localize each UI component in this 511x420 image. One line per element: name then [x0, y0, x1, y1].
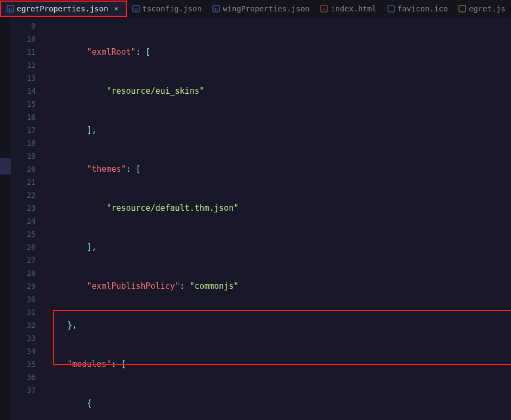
svg-text:{}: {} [134, 7, 138, 11]
line-number: 17 [11, 124, 43, 137]
tab-index-html[interactable]: <> index.html [315, 0, 381, 17]
tab-favicon[interactable]: favicon.ico [382, 0, 454, 17]
tab-label: tsconfig.json [143, 4, 202, 13]
code-line: "exmlRoot": [ [43, 46, 511, 59]
line-number: 19 [11, 150, 43, 163]
svg-text:{}: {} [8, 7, 12, 11]
line-number: 36 [11, 371, 43, 384]
code-line: ], [43, 124, 511, 137]
code-line: "resource/eui_skins" [43, 85, 511, 98]
tab-bar: {} egretProperties.json × {} tsconfig.js… [0, 0, 511, 17]
line-number: 9 [11, 20, 43, 33]
line-number: 20 [11, 163, 43, 176]
json-file-icon: {} [7, 5, 14, 12]
line-number: 11 [11, 46, 43, 59]
line-number: 29 [11, 280, 43, 293]
line-number: 23 [11, 202, 43, 215]
tab-wing-properties[interactable]: {} wingProperties.json [207, 0, 315, 17]
line-number: 32 [11, 319, 43, 332]
editor-container: 9101112131415161718192021222324252627282… [0, 17, 511, 420]
tab-label: favicon.ico [398, 4, 448, 13]
line-number: 28 [11, 267, 43, 280]
json-file-icon: {} [132, 5, 140, 12]
tab-egret-properties[interactable]: {} egretProperties.json × [0, 1, 127, 17]
tab-label: index.html [331, 4, 376, 13]
svg-text:<>: <> [322, 7, 327, 11]
code-editor[interactable]: "exmlRoot": [ "resource/eui_skins" ], "t… [43, 17, 511, 420]
line-number: 30 [11, 293, 43, 306]
line-number: 13 [11, 72, 43, 85]
line-number: 33 [11, 332, 43, 345]
line-number: 27 [11, 254, 43, 267]
html-file-icon: <> [320, 5, 328, 12]
line-number: 25 [11, 228, 43, 241]
tab-egret-js[interactable]: egret.js [453, 0, 510, 17]
json-file-icon: {} [212, 5, 220, 12]
svg-text:{}: {} [215, 7, 218, 11]
line-number: 16 [11, 111, 43, 124]
js-file-icon [458, 5, 466, 12]
tab-tsconfig[interactable]: {} tsconfig.json [127, 0, 208, 17]
line-number: 21 [11, 176, 43, 189]
activity-marker [0, 158, 11, 175]
line-number: 12 [11, 59, 43, 72]
code-line: "themes": [ [43, 163, 511, 176]
tab-label: wingProperties.json [223, 4, 309, 13]
line-number: 14 [11, 85, 43, 98]
line-number: 15 [11, 98, 43, 111]
image-file-icon [387, 5, 395, 12]
line-number: 31 [11, 306, 43, 319]
tab-label: egret.js [469, 4, 505, 13]
tab-label: egretProperties.json [17, 4, 108, 13]
line-number: 22 [11, 189, 43, 202]
line-number: 26 [11, 241, 43, 254]
code-line: "exmlPublishPolicy": "commonjs" [43, 280, 511, 293]
line-number: 34 [11, 345, 43, 358]
line-number: 35 [11, 358, 43, 371]
code-line: { [43, 397, 511, 410]
svg-rect-9 [459, 5, 465, 12]
line-number: 18 [11, 137, 43, 150]
line-number-gutter: 9101112131415161718192021222324252627282… [11, 17, 43, 420]
code-line: "modules": [ [43, 358, 511, 371]
code-line: }, [43, 319, 511, 332]
code-line: ], [43, 241, 511, 254]
line-number: 37 [11, 384, 43, 397]
line-number: 10 [11, 33, 43, 46]
activity-bar [0, 17, 11, 420]
close-icon[interactable]: × [113, 5, 120, 12]
line-number: 24 [11, 215, 43, 228]
svg-rect-8 [388, 5, 394, 12]
code-line: "resource/default.thm.json" [43, 202, 511, 215]
